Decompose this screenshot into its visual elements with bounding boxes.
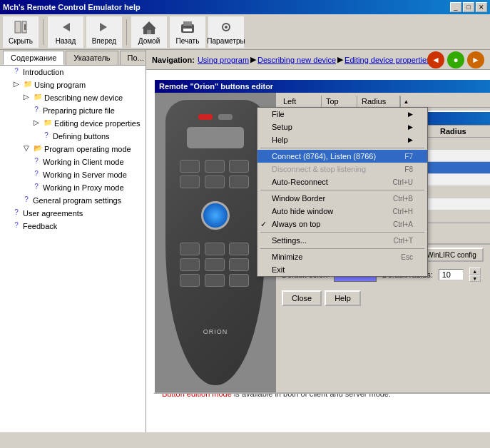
menu-item-auto-reconnect[interactable]: Auto-Reconnect Ctrl+U <box>257 175 427 188</box>
hide-label: Скрыть <box>9 37 33 45</box>
sidebar-tabs: Содержание Указатель По... ◄ ► <box>0 50 146 66</box>
remote-button-grid <box>180 160 251 188</box>
settings-icon <box>218 19 235 36</box>
folder-icon2: 📁 <box>33 92 43 102</box>
remote-mode-button[interactable] <box>218 114 233 120</box>
menu-item-connect[interactable]: Connect (8764), Listen (8766) F7 <box>257 150 427 163</box>
doc-icon9: ? <box>11 220 21 230</box>
breadcrumb-link-3[interactable]: Editing device properties <box>344 56 430 64</box>
sidebar-item-editing[interactable]: ▷ 📁 Editing device properties <box>0 117 146 130</box>
submenu-arrow3: ▶ <box>408 136 413 143</box>
sidebar-item-general[interactable]: ? General program settings <box>0 194 146 207</box>
back-label: Назад <box>56 37 76 45</box>
close-button[interactable]: ✕ <box>476 2 487 12</box>
menu-item-file[interactable]: File ▶ <box>257 108 427 121</box>
expand-icon: ▷ <box>11 79 21 89</box>
doc-icon6: ? <box>31 182 41 192</box>
col-top: Top <box>322 96 357 107</box>
forward-button[interactable]: Вперед <box>86 16 122 48</box>
col-left: Left <box>279 96 322 107</box>
window-title: Mch's Remote Control Emulator help <box>3 3 141 11</box>
back-button[interactable]: Назад <box>48 16 83 48</box>
sidebar-item-introduction[interactable]: ? Introduction <box>0 66 146 78</box>
svg-rect-9 <box>183 29 192 31</box>
home-icon <box>141 19 158 36</box>
menu-item-settings[interactable]: Settings... Ctrl+T <box>257 234 427 247</box>
menu-sep-2 <box>260 190 424 190</box>
sidebar-item-preparing[interactable]: ? Preparing picture file <box>0 104 146 117</box>
settings-button[interactable]: Параметры <box>208 16 244 48</box>
checkmark-icon: ✓ <box>260 220 267 229</box>
breadcrumb-link-1[interactable]: Using program <box>198 56 249 64</box>
dialog-action-buttons: Close Help <box>279 287 490 309</box>
svg-marker-4 <box>100 23 107 31</box>
close-button[interactable]: Close <box>282 290 322 306</box>
remote-top-buttons <box>198 114 233 120</box>
window-controls[interactable]: _ □ ✕ <box>450 2 487 12</box>
content-area: Navigation: Using program ▶ Describing n… <box>146 50 490 432</box>
submenu-arrow: ▶ <box>408 111 413 118</box>
prev-button[interactable]: ◄ <box>427 51 444 68</box>
sidebar-item-operating-mode[interactable]: ▽ 📂 Program operating mode <box>0 143 146 156</box>
print-label: Печать <box>176 37 200 45</box>
menu-item-always-on-top[interactable]: ✓ Always on top Ctrl+A <box>257 218 427 230</box>
sidebar-item-describing[interactable]: ▷ 📁 Describing new device <box>0 91 146 104</box>
remote-direction-pad[interactable] <box>201 201 230 230</box>
breadcrumb-link-2[interactable]: Describing new device <box>257 56 336 64</box>
forward-icon <box>96 19 113 36</box>
menu-item-auto-hide[interactable]: Auto hide window Ctrl+H <box>257 205 427 218</box>
title-bar: Mch's Remote Control Emulator help _ □ ✕ <box>0 0 490 14</box>
tab-contents[interactable]: Содержание <box>3 51 64 65</box>
table-header: Left Top Radius ▲ <box>279 96 490 108</box>
expand-icon4: ▽ <box>21 143 31 153</box>
remote-control: ORION <box>165 100 265 385</box>
home-button[interactable]: Домой <box>131 16 167 48</box>
remote-num-grid <box>180 243 251 287</box>
sidebar: Содержание Указатель По... ◄ ► ? Introdu… <box>0 50 146 432</box>
sidebar-item-agreements[interactable]: ? User agreements <box>0 207 146 220</box>
next-button[interactable]: ► <box>467 51 484 68</box>
menu-item-help[interactable]: Help ▶ <box>257 133 427 146</box>
hide-button[interactable]: Скрыть <box>3 16 39 48</box>
help-button[interactable]: Help <box>325 290 361 306</box>
scroll-up-icon[interactable]: ▲ <box>400 96 412 107</box>
spin-up2[interactable]: ▲ <box>469 268 481 275</box>
maximize-button[interactable]: □ <box>463 2 474 12</box>
menu-item-window-border[interactable]: Window Border Ctrl+B <box>257 192 427 205</box>
menu-item-exit[interactable]: Exit <box>257 263 427 276</box>
spin-down2[interactable]: ▼ <box>469 275 481 282</box>
col-radius: Radius <box>357 96 400 107</box>
context-menu: File ▶ Setup ▶ Help ▶ Connect (8764), Li… <box>257 107 428 277</box>
home-nav-button[interactable]: ● <box>447 51 464 68</box>
separator2 <box>126 19 127 45</box>
back-icon <box>57 19 74 36</box>
submenu-arrow2: ▶ <box>408 123 413 131</box>
sidebar-item-feedback[interactable]: ? Feedback <box>0 220 146 233</box>
sidebar-item-proxy[interactable]: ? Working in Proxy mode <box>0 181 146 194</box>
doc-icon5: ? <box>31 169 41 179</box>
home-label: Домой <box>138 37 160 45</box>
print-button[interactable]: Печать <box>170 16 205 48</box>
doc-icon8: ? <box>11 208 21 218</box>
minimize-button[interactable]: _ <box>450 2 461 12</box>
sidebar-item-server[interactable]: ? Working in Server mode <box>0 168 146 181</box>
settings-label: Параметры <box>207 37 245 45</box>
svg-rect-8 <box>183 21 192 26</box>
doc-icon4: ? <box>31 156 41 166</box>
default-radius-input[interactable] <box>439 269 464 280</box>
menu-item-setup[interactable]: Setup ▶ <box>257 121 427 133</box>
sidebar-item-using-program[interactable]: ▷ 📁 Using program <box>0 78 146 91</box>
tab-index[interactable]: Указатель <box>66 51 118 65</box>
svg-rect-0 <box>15 21 21 33</box>
sidebar-item-defining[interactable]: ? Defining buttons <box>0 130 146 143</box>
folder-icon: 📁 <box>23 79 33 89</box>
dialog-title-text: Remote "Orion" buttons editor <box>159 82 273 91</box>
menu-item-minimize[interactable]: Minimize Esc <box>257 250 427 263</box>
forward-label: Вперед <box>92 37 116 45</box>
sidebar-item-client[interactable]: ? Working in Client mode <box>0 156 146 168</box>
folder-icon3: 📁 <box>43 118 53 128</box>
default-radius-spinner[interactable]: ▲ ▼ <box>469 268 481 282</box>
tab-search[interactable]: По... <box>120 51 146 65</box>
print-icon <box>179 19 196 36</box>
remote-power-button[interactable] <box>198 114 213 120</box>
